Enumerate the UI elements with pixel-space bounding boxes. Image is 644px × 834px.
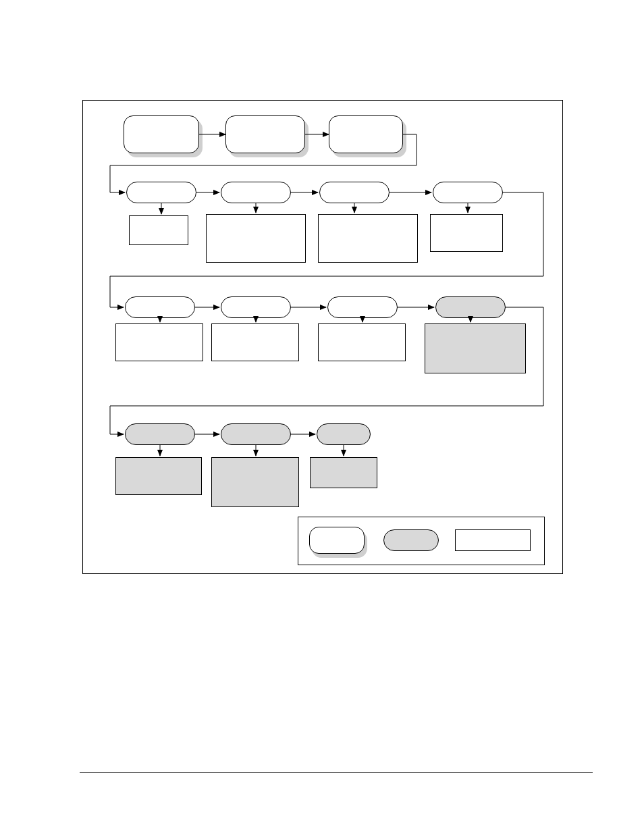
row3-pill-2: [221, 296, 291, 318]
row2-rect-4: [430, 214, 503, 252]
row4-pill-2: [221, 423, 291, 445]
top-box-3: [329, 115, 403, 153]
row2-pill-1: [126, 182, 196, 203]
row4-rect-2: [211, 457, 299, 507]
row3-rect-1: [115, 323, 203, 361]
legend: [298, 517, 545, 565]
legend-rounded: [309, 527, 365, 554]
row2-pill-4: [433, 182, 503, 203]
row2-rect-3: [318, 214, 418, 263]
row2-rect-1: [129, 215, 188, 245]
row4-rect-1: [115, 457, 202, 495]
row3-pill-4: [435, 296, 506, 318]
row3-pill-1: [125, 296, 195, 318]
row2-pill-3: [319, 182, 390, 203]
row4-pill-3: [317, 423, 371, 445]
footer-rule: [80, 772, 593, 773]
row4-pill-1: [125, 423, 195, 445]
legend-rect: [455, 529, 531, 551]
row2-pill-2: [221, 182, 291, 203]
row3-rect-4: [425, 323, 526, 373]
row3-pill-3: [327, 296, 398, 318]
row3-rect-3: [318, 323, 406, 361]
row3-rect-2: [211, 323, 299, 361]
legend-pill-grey: [383, 529, 439, 551]
page: [0, 0, 644, 834]
top-box-1: [124, 115, 199, 153]
row2-rect-2: [206, 214, 306, 263]
top-box-2: [225, 115, 305, 153]
row4-rect-3: [310, 457, 377, 488]
diagram-frame: [82, 100, 563, 574]
